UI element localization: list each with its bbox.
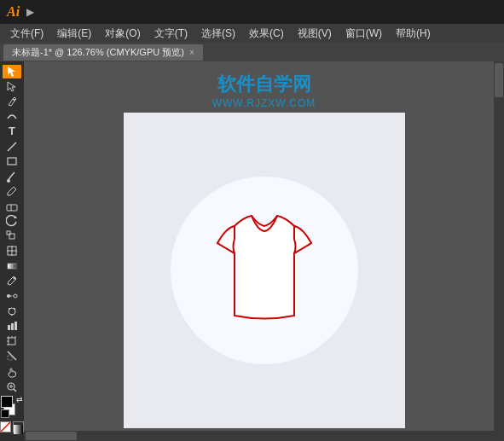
tab-label: 未标题-1* @ 126.76% (CMYK/GPU 预览) [12,46,184,59]
svg-rect-23 [11,323,14,330]
eraser-tool[interactable] [3,200,21,213]
fill-none-button[interactable] [0,421,11,432]
svg-rect-22 [8,325,10,330]
menu-window[interactable]: 窗口(W) [339,25,389,43]
column-graph-tool[interactable] [3,319,21,333]
direct-select-tool[interactable] [3,80,21,94]
ai-logo: Ai [7,4,20,20]
menu-bar: 文件(F) 编辑(E) 对象(O) 文字(T) 选择(S) 效果(C) 视图(V… [0,24,504,43]
svg-line-38 [1,422,10,432]
symbol-tool[interactable] [3,305,21,318]
line-tool[interactable] [3,140,21,154]
swap-colors-button[interactable]: ⇄ [16,395,23,403]
blend-tool[interactable] [3,289,21,303]
zoom-tool[interactable] [3,380,21,394]
svg-rect-24 [14,322,17,330]
svg-point-15 [7,294,10,298]
menu-effect[interactable]: 效果(C) [242,25,291,43]
menu-type[interactable]: 文字(T) [148,25,194,43]
scrollbar-thumb[interactable] [495,63,503,97]
tshirt-container[interactable] [188,192,341,349]
tab-close-button[interactable]: × [189,48,194,57]
svg-rect-3 [8,158,16,165]
rectangle-tool[interactable] [3,154,21,168]
svg-point-14 [14,277,16,280]
menu-object[interactable]: 对象(O) [98,25,147,43]
curvature-tool[interactable] [3,110,21,124]
slice-tool[interactable] [3,349,21,363]
scale-tool[interactable] [3,229,21,243]
document-tab[interactable]: 未标题-1* @ 126.76% (CMYK/GPU 预览) × [3,44,203,61]
menu-view[interactable]: 视图(V) [291,25,339,43]
canvas-area[interactable]: 软件自学网 WWW.RJZXW.COM [24,61,504,441]
pen-tool[interactable] [3,95,21,108]
svg-point-16 [14,294,17,298]
default-colors-button[interactable] [1,409,9,418]
mesh-tool[interactable] [3,245,21,258]
type-tool[interactable]: T [3,125,21,138]
paintbrush-tool[interactable] [3,170,21,183]
vertical-scrollbar[interactable] [494,61,504,441]
tshirt-svg [188,192,341,345]
artboard[interactable] [124,113,405,428]
watermark-url: WWW.RJZXW.COM [212,97,316,109]
svg-marker-1 [8,82,15,91]
svg-point-21 [11,314,13,316]
artboard-tool[interactable] [3,334,21,348]
tab-bar: 未标题-1* @ 126.76% (CMYK/GPU 预览) × [0,43,504,61]
svg-point-4 [7,179,10,183]
left-toolbar: T [0,61,24,441]
main-area: T [0,61,504,441]
svg-point-19 [9,308,10,310]
eyedropper-tool[interactable] [3,275,21,288]
nav-arrow: ▶ [26,6,34,18]
watermark-title: 软件自学网 [212,72,316,97]
svg-rect-25 [9,338,15,345]
menu-edit[interactable]: 编辑(E) [50,25,98,43]
title-bar: Ai ▶ [0,0,504,24]
svg-marker-0 [8,67,15,77]
hand-tool[interactable] [3,366,21,380]
menu-select[interactable]: 选择(S) [194,25,242,43]
svg-rect-39 [14,425,23,434]
watermark: 软件自学网 WWW.RJZXW.COM [212,72,316,109]
color-section: ⇄ [0,396,24,438]
fill-gradient-button[interactable] [13,421,24,432]
gradient-tool[interactable] [3,259,21,273]
fg-color-swatch[interactable] [1,396,13,408]
menu-help[interactable]: 帮助(H) [389,25,437,43]
menu-file[interactable]: 文件(F) [3,25,50,43]
svg-rect-33 [8,356,12,360]
h-scrollbar-thumb[interactable] [26,432,77,440]
svg-line-35 [14,389,16,392]
horizontal-scrollbar[interactable] [24,431,494,441]
select-tool[interactable] [3,65,21,78]
svg-rect-13 [8,264,16,269]
svg-rect-5 [7,205,17,211]
pencil-tool[interactable] [3,184,21,198]
rotate-tool[interactable] [3,214,21,228]
svg-point-20 [14,308,15,310]
svg-line-2 [8,142,16,151]
